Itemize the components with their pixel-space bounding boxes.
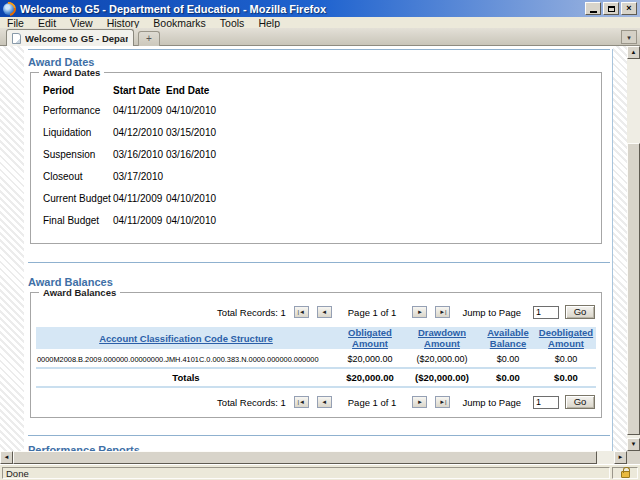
scroll-up-icon: ▲ [631,49,637,55]
menu-view[interactable]: View [63,17,100,29]
end-date-cell: 04/10/2010 [166,209,286,231]
period-cell: Suspension [43,143,113,165]
left-margin-stripes [0,46,24,451]
performance-reports-heading: Performance Reports [28,444,140,451]
column-header-period: Period [43,85,113,99]
last-page-button[interactable]: ►| [435,396,450,408]
totals-label: Totals [36,368,336,387]
start-date-cell: 03/16/2010 [113,143,166,165]
scroll-left-button[interactable]: ◄ [0,451,13,464]
window-controls: × [585,2,637,15]
prev-page-button[interactable]: ◄ [317,396,332,408]
go-button[interactable]: Go [565,305,595,319]
end-date-cell: 03/16/2010 [166,143,286,165]
end-date-cell [166,165,286,187]
close-button[interactable]: × [621,2,637,15]
list-tabs-button[interactable]: ▾ [621,30,637,44]
tab-label: Welcome to G5 - Department of Edu... [25,33,128,44]
award-dates-table: Period Start Date End Date Performance 0… [43,85,286,231]
section-divider [28,435,610,436]
scroll-down-icon: ▼ [631,441,637,447]
window-title: Welcome to G5 - Department of Education … [20,3,326,15]
menu-file[interactable]: File [0,17,31,29]
period-cell: Performance [43,99,113,121]
first-page-icon: |◄ [298,309,306,315]
column-header-drawdown-link[interactable]: Drawdown Amount [418,327,466,349]
drawdown-amount-cell: ($20,000.00) [404,350,480,368]
total-records-label: Total Records: 1 [217,307,286,318]
menu-edit[interactable]: Edit [31,17,63,29]
menu-tools[interactable]: Tools [213,17,252,29]
first-page-button[interactable]: |◄ [294,306,309,318]
start-date-cell: 04/11/2009 [113,99,166,121]
start-date-cell: 04/11/2009 [113,209,166,231]
jump-to-page-input[interactable] [533,306,559,319]
available-balance-cell: $0.00 [480,350,536,368]
last-page-icon: ►| [439,309,447,315]
prev-page-icon: ◄ [321,399,327,405]
go-button[interactable]: Go [565,395,595,409]
pagination-bottom: Total Records: 1 |◄ ◄ Page 1 of 1 ► ►| J… [213,395,595,409]
menu-help[interactable]: Help [251,17,287,29]
jump-to-page-input[interactable] [533,396,559,409]
vertical-scrollbar-thumb[interactable] [627,143,640,435]
prev-page-button[interactable]: ◄ [317,306,332,318]
restore-icon [608,6,615,12]
table-row: Current Budget 04/11/2009 04/10/2010 [43,187,286,209]
award-balances-table: Account Classification Code Structure Ob… [36,327,596,388]
column-header-available-link[interactable]: Available Balance [487,327,528,349]
accs-cell: 0000M2008.B.2009.000000.00000000.JMH.410… [36,350,336,368]
content-right-border [612,49,613,451]
vertical-scrollbar[interactable]: ▲ ▼ [627,46,640,451]
lock-icon [621,471,630,478]
end-date-cell: 03/15/2010 [166,121,286,143]
scroll-up-button[interactable]: ▲ [627,46,640,59]
scroll-left-icon: ◄ [4,454,10,460]
scroll-right-icon: ► [618,454,624,460]
horizontal-scrollbar[interactable]: ◄ ► [0,451,627,464]
pagination-top: Total Records: 1 |◄ ◄ Page 1 of 1 ► ►| J… [213,305,595,319]
top-rule [28,49,610,50]
start-date-cell: 04/12/2010 [113,121,166,143]
column-header-end-date: End Date [166,85,286,99]
scroll-right-button[interactable]: ► [614,451,627,464]
obligated-amount-cell: $20,000.00 [336,350,404,368]
horizontal-scrollbar-thumb[interactable] [13,451,597,464]
next-page-button[interactable]: ► [412,306,427,318]
last-page-icon: ►| [439,399,447,405]
tab-bar: Welcome to G5 - Department of Edu... + ▾ [0,28,640,46]
browser-viewport: Award Dates Award Dates Period Start Dat… [0,46,627,451]
first-page-button[interactable]: |◄ [294,396,309,408]
period-cell: Current Budget [43,187,113,209]
tab-welcome-g5[interactable]: Welcome to G5 - Department of Edu... [6,29,134,46]
scrollbar-corner [627,451,640,464]
period-cell: Closeout [43,165,113,187]
status-bar: Done [0,464,640,480]
next-page-icon: ► [417,399,423,405]
prev-page-icon: ◄ [321,309,327,315]
column-header-deobligated-link[interactable]: Deobligated Amount [539,327,593,349]
menu-bookmarks[interactable]: Bookmarks [146,17,213,29]
new-tab-button[interactable]: + [138,31,160,46]
next-page-button[interactable]: ► [412,396,427,408]
totals-deobligated: $0.00 [536,368,596,387]
menu-history[interactable]: History [100,17,147,29]
page-indicator: Page 1 of 1 [348,307,397,318]
next-page-icon: ► [417,309,423,315]
column-header-accs-link[interactable]: Account Classification Code Structure [99,333,273,344]
security-panel [612,467,638,479]
minimize-button[interactable] [585,2,601,15]
scroll-down-button[interactable]: ▼ [627,438,640,451]
totals-row: Totals $20,000.00 ($20,000.00) $0.00 $0.… [36,368,596,387]
table-row: 0000M2008.B.2009.000000.00000000.JMH.410… [36,350,596,368]
table-row: Liquidation 04/12/2010 03/15/2010 [43,121,286,143]
last-page-button[interactable]: ►| [435,306,450,318]
restore-button[interactable] [603,2,619,15]
deobligated-amount-cell: $0.00 [536,350,596,368]
column-header-obligated-link[interactable]: Obligated Amount [348,327,392,349]
close-icon: × [626,4,631,13]
start-date-cell: 03/17/2010 [113,165,166,187]
right-margin-stripes [613,46,627,451]
award-balances-legend: Award Balances [39,287,120,298]
section-divider [28,262,610,263]
